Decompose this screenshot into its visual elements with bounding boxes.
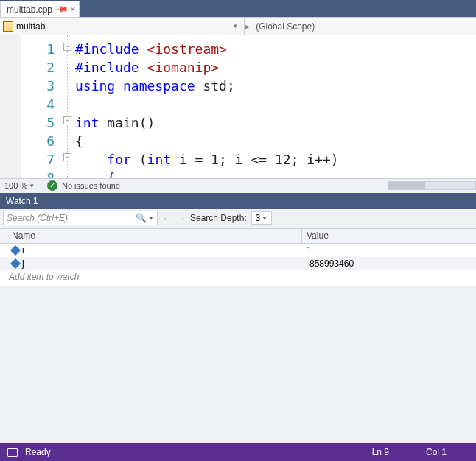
search-icon[interactable]: 🔍 [136,213,147,223]
zoom-dropdown[interactable]: 100 % ▼ [0,181,41,190]
variable-icon [10,258,21,268]
code-line[interactable]: { [75,132,476,150]
watch-var-name: j [22,258,24,269]
line-number: 2 [21,58,55,77]
nav-file-label: multtab [16,21,45,32]
watch-panel-empty-area [0,286,476,444]
code-nav-bar: multtab ▼ ▶ (Global Scope) [0,18,476,35]
status-bar: Ready Ln 9 Col 1 [0,443,476,461]
fold-toggle[interactable]: − [63,43,71,51]
watch-search-input[interactable]: Search (Ctrl+E) 🔍 ▼ [3,211,158,225]
pin-icon[interactable]: 📌 [55,2,69,16]
document-tab-filename: multtab.cpp [7,4,52,15]
check-circle-icon: ✓ [47,180,57,191]
nav-forward-icon[interactable]: → [176,213,186,224]
code-line[interactable]: { [75,169,476,178]
nav-separator[interactable]: ▶ [244,18,250,35]
watch-row[interactable]: i1 [0,244,476,257]
zoom-value: 100 % [4,181,27,190]
nav-scope-dropdown[interactable]: (Global Scope) [250,21,476,32]
document-tab[interactable]: multtab.cpp 📌 × [0,1,80,17]
close-icon[interactable]: × [70,4,76,15]
file-icon [3,21,13,32]
scrollbar-thumb[interactable] [388,182,425,189]
line-number: 4 [21,95,55,113]
nav-back-icon[interactable]: ← [162,213,172,224]
watch-panel-title-text: Watch 1 [6,196,38,206]
chevron-down-icon: ▼ [232,23,238,29]
line-number: 7 [21,150,55,169]
watch-var-value: -858993460 [302,258,476,269]
variable-icon [10,244,21,255]
watch-panel-title[interactable]: Watch 1 [0,193,476,209]
line-number: 6 [21,132,55,150]
watch-var-name: i [22,245,24,256]
code-text-area[interactable]: #include <iostream>#include <iomanip>usi… [75,35,476,178]
watch-grid-header: Name Value [0,229,476,244]
fold-toggle[interactable]: − [63,116,71,124]
add-watch-item[interactable]: Add item to watch [0,270,476,286]
watch-col-name[interactable]: Name [0,229,302,243]
line-number: 1 [21,40,55,58]
status-col[interactable]: Col 1 [426,447,447,457]
search-depth-dropdown[interactable]: 3 ▼ [251,211,272,225]
code-line[interactable] [75,95,476,113]
line-number: 3 [21,77,55,95]
breakpoint-margin[interactable]: ➨ [0,35,21,178]
issues-message: No issues found [62,181,120,190]
watch-toolbar: Search (Ctrl+E) 🔍 ▼ ← → Search Depth: 3 … [0,209,476,228]
watch-var-value: 1 [302,245,476,256]
watch-col-value[interactable]: Value [302,229,476,243]
code-line[interactable]: #include <iostream> [75,40,476,58]
code-line[interactable]: #include <iomanip> [75,58,476,77]
horizontal-scrollbar[interactable] [388,181,476,190]
nav-file-dropdown[interactable]: multtab ▼ [0,21,244,32]
watch-row[interactable]: j-858993460 [0,257,476,270]
editor-footer-bar: 100 % ▼ ✓ No issues found [0,178,476,193]
code-line[interactable]: using namespace std; [75,77,476,95]
line-number-gutter: 12345678910111213 [21,35,62,178]
line-number: 8 [21,169,55,178]
window-icon[interactable] [7,448,18,457]
fold-toggle[interactable]: − [63,153,71,161]
code-line[interactable]: for (int i = 1; i <= 12; i++) [75,150,476,169]
watch-grid: Name Value i1j-858993460 Add item to wat… [0,228,476,286]
chevron-down-icon: ▼ [262,215,267,222]
code-fold-margin[interactable]: − − − [62,35,75,178]
document-tab-strip: multtab.cpp 📌 × [0,0,476,18]
search-depth-value: 3 [255,213,260,223]
search-depth-label: Search Depth: [190,213,247,223]
code-editor[interactable]: ➨ 12345678910111213 − − − #include <iost… [0,35,476,178]
chevron-down-icon: ▼ [29,183,35,189]
search-placeholder: Search (Ctrl+E) [7,213,68,223]
nav-scope-label: (Global Scope) [256,21,315,32]
line-number: 5 [21,113,55,132]
status-state: Ready [25,447,51,457]
chevron-down-icon[interactable]: ▼ [148,215,154,222]
code-line[interactable]: int main() [75,113,476,132]
status-line[interactable]: Ln 9 [372,447,389,457]
